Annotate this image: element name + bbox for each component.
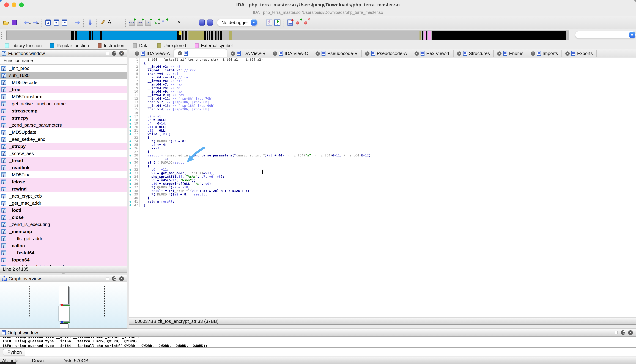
code-line-25[interactable]: 25 v4 += 4; <box>129 143 636 146</box>
horizontal-splitter[interactable] <box>0 273 127 274</box>
debugger-stop-icon[interactable] <box>207 19 213 26</box>
code-line-34[interactable]: 34 php_sprintf(&v14, "%s%s", v7, v6, v8)… <box>129 175 636 178</box>
edit-function-icon[interactable] <box>169 19 176 26</box>
function-row-_fclose[interactable]: f_fclose <box>0 178 127 185</box>
code-line-2[interactable]: 2{ <box>129 62 636 65</box>
minimize-window-icon[interactable] <box>12 2 16 7</box>
close-tab-icon[interactable]: × <box>497 51 502 56</box>
function-row-_MD5Update[interactable]: f_MD5Update <box>0 128 127 136</box>
tab-enums[interactable]: ×Enums <box>494 50 527 57</box>
remove-breakpoint-icon[interactable] <box>303 19 310 26</box>
function-row-_init_proc[interactable]: f_init_proc <box>0 64 127 72</box>
code-line-5[interactable]: 5 char *v4; // rdi <box>129 72 636 76</box>
functions-window-titlebar[interactable]: f Functions window <box>0 49 127 57</box>
search-binary-icon[interactable]: 101 <box>61 19 68 26</box>
close-panel-icon[interactable] <box>119 276 124 281</box>
close-tab-icon[interactable]: × <box>231 51 235 56</box>
function-row-_get_mac_addr[interactable]: f_get_mac_addr <box>0 200 127 206</box>
tab-pseudocode-a[interactable]: ×Pseudocode-A <box>361 50 411 57</box>
function-list[interactable]: f_init_procfsub_1630f_MD5Decodef_freef_M… <box>0 64 127 266</box>
vertical-splitter[interactable] <box>127 49 129 328</box>
function-row-___tls_get_addr[interactable]: f___tls_get_addr <box>0 235 127 242</box>
code-line-35[interactable]: 35 v9 = md5(&v14, "%s%s"); <box>129 178 636 182</box>
debugger-select[interactable]: No debugger <box>217 19 258 26</box>
function-row-_aes_setkey_enc[interactable]: f_aes_setkey_enc <box>0 136 127 142</box>
code-line-32[interactable]: 32 v6 = v11; <box>129 168 636 171</box>
code-line-16[interactable]: 16 <box>129 111 636 114</box>
close-tab-icon[interactable]: × <box>273 51 277 56</box>
compile-run-icon[interactable]: c <box>274 19 281 26</box>
function-name-column-header[interactable]: Function name <box>0 57 127 64</box>
function-row-_close[interactable]: f_close <box>0 214 127 221</box>
tab-active-blank[interactable]: × <box>174 49 227 57</box>
code-line-42[interactable]: 42} <box>129 203 636 207</box>
code-line-7[interactable]: 7 __int64 v6; // r12 <box>129 79 636 83</box>
navigation-band[interactable] <box>7 30 569 40</box>
debugger-pause-icon[interactable] <box>198 19 205 26</box>
close-tab-icon[interactable]: × <box>316 51 320 56</box>
function-row-_rewind[interactable]: f_rewind <box>0 185 127 192</box>
function-row-_free[interactable]: f_free <box>0 86 127 93</box>
code-line-11[interactable]: 11 __int64 v10; // rax <box>129 93 636 97</box>
close-tab-icon[interactable]: × <box>531 51 535 56</box>
output-window-titlebar[interactable]: Output window <box>0 328 636 336</box>
code-line-3[interactable]: 3 __int64 v2; // r8 <box>129 65 636 68</box>
code-line-12[interactable]: 12 __int64 v11; // [rsp+8h] [rbp-70h] <box>129 97 636 100</box>
function-row-_MD5Transform[interactable]: f_MD5Transform <box>0 93 127 100</box>
code-line-9[interactable]: 9 __int64 v8; // r8 <box>129 86 636 90</box>
code-line-20[interactable]: 20 v11 = 0LL; <box>129 125 636 129</box>
function-row-_screw_aes[interactable]: f_screw_aes <box>0 150 127 157</box>
cancel-analysis-icon[interactable]: × <box>178 19 184 26</box>
graph-overview-canvas[interactable] <box>0 282 127 328</box>
float-panel-icon[interactable] <box>621 330 625 335</box>
stepper-icon[interactable] <box>251 20 257 26</box>
console-language-button[interactable]: Python <box>3 349 27 356</box>
code-line-21[interactable]: 21 v13 = 0LL; <box>129 129 636 132</box>
code-line-22[interactable]: 22 while ( v3 ) <box>129 132 636 136</box>
code-line-24[interactable]: 24 *(_DWORD *)v4 = 0; <box>129 140 636 143</box>
tab-hex-view-1[interactable]: ×Hex View-1 <box>411 50 454 57</box>
search-hash-icon[interactable]: # <box>45 19 52 26</box>
close-window-icon[interactable] <box>4 2 9 7</box>
output-log[interactable]: 18E0: using guessed type __int64 __fastc… <box>0 336 636 348</box>
make-string-icon[interactable]: 's <box>153 19 160 26</box>
function-row-_get_active_function_name[interactable]: f_get_active_function_name <box>0 100 127 107</box>
function-row-___fxstat64[interactable]: f___fxstat64 <box>0 249 127 256</box>
jump-down-icon[interactable] <box>87 19 93 26</box>
close-tab-icon[interactable]: × <box>565 51 570 56</box>
close-panel-icon[interactable] <box>119 51 124 56</box>
maximize-panel-icon[interactable] <box>615 331 618 334</box>
make-array-icon[interactable]: * <box>161 19 168 26</box>
code-line-33[interactable]: 33 v7 = get_mac_addr((__int64)&v13); <box>129 171 636 175</box>
analysis-indicator-icon[interactable] <box>116 19 123 26</box>
add-breakpoint-icon[interactable] <box>295 19 302 26</box>
code-line-1[interactable]: 1__int64 __fastcall zif_tos_encrypt_str(… <box>129 58 636 62</box>
code-line-15[interactable]: 15 char v14; // [rsp+20h] [rbp-58h] <box>129 108 636 111</box>
code-line-4[interactable]: 4 signed __int64 v3; // rcx <box>129 68 636 72</box>
maximize-panel-icon[interactable] <box>106 277 109 280</box>
make-data-icon[interactable]: DATA <box>137 19 143 26</box>
tab-ida-view-c[interactable]: ×IDA View-C <box>269 50 312 57</box>
function-row-_calloc[interactable]: f_calloc <box>0 242 127 249</box>
make-struct-icon[interactable]: A <box>145 19 152 26</box>
close-tab-icon[interactable]: × <box>135 51 139 56</box>
tab-structures[interactable]: ×Structures <box>454 50 494 57</box>
patch-icon[interactable] <box>99 19 106 26</box>
function-row-_php_info_print_table_end[interactable]: f_php_info_print_table_end <box>0 263 127 266</box>
function-row-_memcmp[interactable]: f_memcmp <box>0 228 127 235</box>
function-row-_zend_parse_parameters[interactable]: f_zend_parse_parameters <box>0 121 127 128</box>
open-file-icon[interactable] <box>3 19 10 26</box>
function-row-_aes_crypt_ecb[interactable]: f_aes_crypt_ecb <box>0 192 127 200</box>
code-line-38[interactable]: 38 result = (*(_BYTE *)(v10 + 5) & 2u) <… <box>129 189 636 193</box>
code-line-14[interactable]: 14 __int64 v13; // [rsp+18h] [rbp-60h] <box>129 104 636 108</box>
make-code-icon[interactable]: CODE <box>129 19 135 26</box>
zoom-window-icon[interactable] <box>19 2 24 7</box>
stepper-icon[interactable] <box>629 32 635 38</box>
code-line-41[interactable]: 41 return result; <box>129 200 636 203</box>
code-line-36[interactable]: 36 v10 = strpprintf(0LL, "%s", v9); <box>129 182 636 186</box>
function-row-_fread[interactable]: f_fread <box>0 157 127 164</box>
code-line-13[interactable]: 13 char v12; // [rsp+10h] [rbp-68h] <box>129 100 636 104</box>
code-line-39[interactable]: 39 *(_DWORD *)(a2 + 8) = result; <box>129 193 636 196</box>
ascii-string-icon[interactable]: A <box>108 19 114 26</box>
compile-back-icon[interactable]: c <box>266 19 273 26</box>
